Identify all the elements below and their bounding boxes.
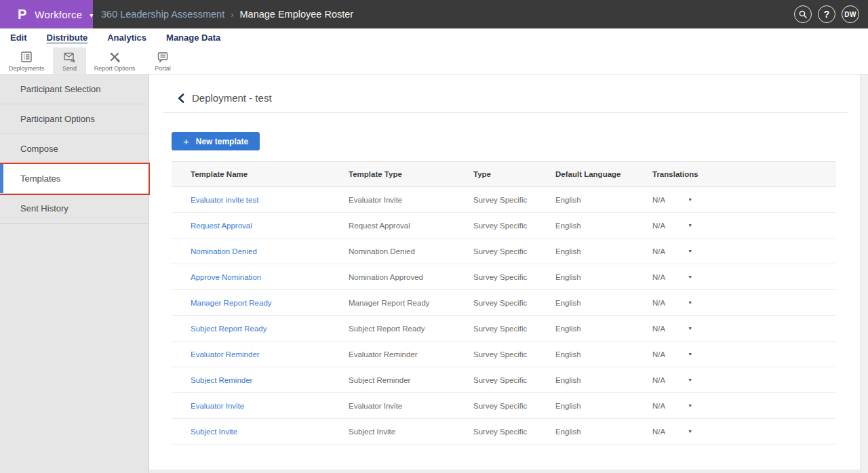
toolbar-item-report-options[interactable]: Report Options: [86, 47, 143, 74]
sidebar-label: Sent History: [20, 203, 68, 213]
template-name-link[interactable]: Evaluator Invite: [191, 402, 244, 410]
sidebar-item-templates[interactable]: Templates: [0, 164, 149, 194]
row-actions-dropdown[interactable]: ▼: [686, 299, 694, 306]
template-name-link[interactable]: Nomination Denied: [191, 247, 257, 255]
sidebar-label: Participant Selection: [20, 84, 101, 94]
row-actions-dropdown[interactable]: ▼: [686, 273, 694, 281]
translations-cell: N/A: [652, 325, 665, 333]
language-cell: English: [536, 196, 633, 204]
menu-item-distribute[interactable]: Distribute: [47, 33, 88, 43]
breadcrumb: 360 Leadership Assessment › Manage Emplo…: [101, 9, 353, 20]
breadcrumb-parent-link[interactable]: 360 Leadership Assessment: [101, 9, 224, 20]
template-type-cell: Nomination Approved: [330, 273, 454, 281]
type-cell: Survey Specific: [454, 428, 536, 436]
templates-panel-inner: Deployment - test + New template Templat…: [149, 92, 868, 445]
menu-item-edit[interactable]: Edit: [10, 33, 27, 43]
brand-menu[interactable]: P Workforce ▾: [0, 0, 93, 28]
column-header-type: Type: [454, 170, 536, 178]
translations-cell: N/A: [652, 350, 665, 358]
template-type-cell: Subject Invite: [330, 428, 454, 436]
active-indicator-bar: [0, 164, 3, 193]
type-cell: Survey Specific: [454, 325, 536, 333]
template-name-link[interactable]: Subject Reminder: [191, 376, 252, 384]
translations-cell: N/A: [652, 428, 665, 436]
row-actions-dropdown[interactable]: ▼: [686, 350, 694, 358]
breadcrumb-separator: ›: [231, 9, 233, 20]
sidebar-item-sent-history[interactable]: Sent History: [0, 194, 149, 224]
horizontal-scrollbar[interactable]: [149, 470, 860, 473]
translations-cell: N/A: [652, 402, 665, 410]
column-header-translations: Translations: [633, 170, 836, 178]
language-cell: English: [536, 376, 633, 384]
template-name-link[interactable]: Manager Report Ready: [191, 299, 272, 307]
back-chevron-icon: [178, 94, 184, 103]
project-menu: Edit Distribute Analytics Manage Data: [0, 28, 868, 47]
toolbar-label-report-options: Report Options: [94, 65, 136, 72]
top-bar: P Workforce ▾ 360 Leadership Assessment …: [0, 0, 868, 28]
back-button[interactable]: [178, 94, 184, 103]
row-actions-dropdown[interactable]: ▼: [686, 376, 694, 384]
translations-cell: N/A: [652, 247, 665, 255]
toolbar-item-deployments[interactable]: Deployments: [0, 47, 53, 74]
type-cell: Survey Specific: [454, 222, 536, 230]
type-cell: Survey Specific: [454, 350, 536, 358]
language-cell: English: [536, 247, 633, 255]
avatar[interactable]: DW: [842, 5, 859, 23]
search-icon: [798, 9, 808, 19]
table-row: Evaluator Reminder Evaluator Reminder Su…: [172, 342, 836, 367]
new-template-button[interactable]: + New template: [172, 132, 260, 150]
brand-caret-icon: ▾: [90, 12, 93, 19]
templates-table: Template Name Template Type Type Default…: [172, 161, 836, 445]
table-row: Evaluator Invite Evaluator Invite Survey…: [172, 393, 836, 419]
vertical-scrollbar[interactable]: [860, 75, 868, 473]
sidebar-label: Templates: [20, 173, 60, 184]
help-icon: ?: [824, 9, 830, 20]
portal-icon: [157, 51, 169, 63]
translations-cell: N/A: [652, 196, 665, 204]
row-actions-dropdown[interactable]: ▼: [686, 247, 694, 255]
type-cell: Survey Specific: [454, 247, 536, 255]
row-actions-dropdown[interactable]: ▼: [686, 402, 694, 409]
table-row: Manager Report Ready Manager Report Read…: [172, 290, 836, 316]
product-name: Workforce: [35, 9, 82, 20]
template-name-link[interactable]: Evaluator Reminder: [191, 350, 260, 358]
row-actions-dropdown[interactable]: ▼: [686, 196, 694, 203]
sidebar-item-compose[interactable]: Compose: [0, 134, 149, 164]
help-button[interactable]: ?: [818, 5, 835, 23]
row-actions-dropdown[interactable]: ▼: [686, 325, 694, 332]
sidebar-item-participant-selection[interactable]: Participant Selection: [0, 75, 149, 104]
template-name-link[interactable]: Approve Nomination: [191, 273, 261, 281]
toolbar-label-deployments: Deployments: [9, 65, 45, 72]
menu-item-analytics[interactable]: Analytics: [107, 33, 146, 43]
language-cell: English: [536, 222, 633, 230]
body-split: Participant Selection Participant Option…: [0, 75, 868, 473]
template-type-cell: Request Approval: [330, 222, 454, 230]
send-icon: [63, 51, 76, 63]
template-type-cell: Subject Report Ready: [330, 325, 454, 333]
template-name-link[interactable]: Request Approval: [191, 222, 252, 230]
sidebar-item-participant-options[interactable]: Participant Options: [0, 104, 149, 134]
template-name-link[interactable]: Subject Invite: [191, 428, 237, 436]
template-type-cell: Nomination Denied: [330, 247, 454, 255]
template-name-link[interactable]: Evaluator invite test: [191, 196, 258, 204]
search-button[interactable]: [794, 5, 812, 23]
template-name-link[interactable]: Subject Report Ready: [191, 325, 267, 333]
send-sidebar: Participant Selection Participant Option…: [0, 75, 149, 473]
toolbar-item-send[interactable]: Send: [53, 47, 86, 74]
template-type-cell: Evaluator Invite: [330, 402, 454, 410]
row-actions-dropdown[interactable]: ▼: [686, 222, 694, 229]
deployments-icon: [20, 51, 33, 63]
menu-item-manage-data[interactable]: Manage Data: [166, 33, 220, 43]
topbar-actions: ? DW: [794, 5, 868, 23]
column-header-template-type: Template Type: [330, 170, 454, 178]
toolbar-item-portal[interactable]: Portal: [143, 47, 182, 74]
type-cell: Survey Specific: [454, 376, 536, 384]
language-cell: English: [536, 428, 633, 436]
table-row: Request Approval Request Approval Survey…: [172, 213, 836, 239]
header-divider: [163, 112, 848, 113]
language-cell: English: [536, 325, 633, 333]
column-header-default-language: Default Language: [536, 170, 633, 178]
column-header-template-name: Template Name: [172, 170, 330, 178]
brand-logo-icon: P: [18, 7, 26, 22]
row-actions-dropdown[interactable]: ▼: [686, 428, 694, 435]
